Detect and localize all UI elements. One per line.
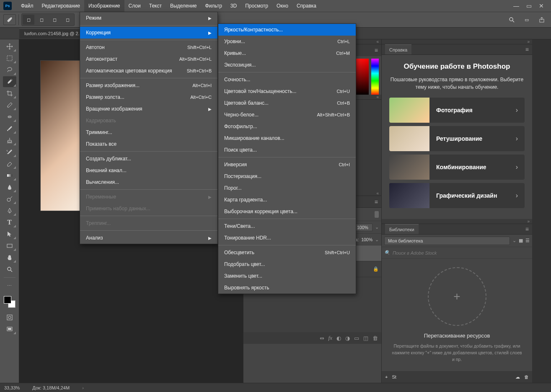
menu-просмотр[interactable]: Просмотр — [241, 0, 272, 12]
menu-item[interactable]: Показать все — [80, 138, 217, 150]
pen-tool[interactable] — [3, 205, 16, 216]
brush-tool[interactable] — [3, 123, 16, 134]
help-card[interactable]: Ретуширование › — [389, 126, 525, 151]
menu-окно[interactable]: Окно — [272, 0, 292, 12]
move-tool[interactable] — [3, 41, 16, 52]
menu-item[interactable]: Сочность... — [218, 74, 356, 85]
menu-3d[interactable]: 3D — [226, 0, 241, 12]
menu-item[interactable]: Вращение изображения▶ — [80, 103, 217, 115]
menu-item[interactable]: Тени/Света... — [218, 220, 356, 232]
selection-new-button[interactable]: ◻ — [23, 15, 34, 25]
eraser-tool[interactable] — [3, 158, 16, 169]
menu-item[interactable]: Уровни...Ctrl+L — [218, 36, 356, 47]
panel-collapse-bar[interactable]: » — [382, 39, 532, 44]
fill-value[interactable]: 100% — [361, 237, 373, 242]
path-selection-tool[interactable] — [3, 229, 16, 240]
library-search-row[interactable]: 🔍 Поиск в Adobe Stock — [382, 247, 532, 259]
panel-collapse-bar[interactable]: » — [382, 219, 532, 224]
menu-item[interactable]: Размер холста...Alt+Ctrl+C — [80, 91, 217, 103]
help-card[interactable]: Комбинирование › — [389, 155, 525, 180]
menu-item[interactable]: Режим▶ — [80, 12, 217, 24]
crop-tool[interactable] — [3, 88, 16, 99]
close-button[interactable]: ✕ — [535, 2, 548, 10]
menu-item[interactable]: Автоматическая цветовая коррекцияShift+C… — [80, 65, 217, 77]
lasso-tool[interactable] — [3, 64, 16, 75]
selection-intersect-button[interactable]: ◻ — [62, 15, 73, 25]
grid-view-icon[interactable]: ▦ — [519, 238, 523, 243]
menu-item[interactable]: Заменить цвет... — [218, 270, 356, 282]
menu-item[interactable]: Экспозиция... — [218, 59, 356, 71]
lock-icon[interactable]: 🔒 — [373, 266, 379, 272]
zoom-level[interactable]: 33,33% — [4, 385, 20, 390]
menu-item[interactable]: Коррекция▶ — [80, 27, 217, 39]
menu-текст[interactable]: Текст — [145, 0, 166, 12]
rectangle-tool[interactable] — [3, 240, 16, 251]
gradient-tool[interactable] — [3, 170, 16, 181]
menu-item[interactable]: Цветовой тон/Насыщенность...Ctrl+U — [218, 85, 356, 97]
menu-справка[interactable]: Справка — [292, 0, 321, 12]
delete-icon[interactable]: 🗑 — [373, 335, 378, 341]
menu-фильтр[interactable]: Фильтр — [201, 0, 226, 12]
filter-toggle-icon[interactable] — [375, 211, 379, 218]
menu-item[interactable]: Выровнять яркость — [218, 282, 356, 294]
fx-icon[interactable]: fx — [329, 335, 332, 341]
add-icon[interactable]: + — [385, 374, 388, 379]
link-layers-icon[interactable]: ⇔ — [320, 335, 324, 341]
menu-файл[interactable]: Файл — [17, 0, 38, 12]
minimize-button[interactable]: — — [510, 2, 523, 10]
menu-item[interactable]: АвтотонShift+Ctrl+L — [80, 41, 217, 53]
menu-item[interactable]: Цветовой баланс...Ctrl+B — [218, 97, 356, 109]
menu-item[interactable]: ОбесцветитьShift+Ctrl+U — [218, 247, 356, 258]
menu-item[interactable]: Анализ▶ — [80, 232, 217, 244]
menu-item[interactable]: Создать дубликат... — [80, 153, 217, 165]
stamp-tool[interactable] — [3, 135, 16, 146]
menu-item[interactable]: Размер изображения...Alt+Ctrl+I — [80, 80, 217, 91]
marquee-tool[interactable] — [3, 53, 16, 64]
menu-item[interactable]: Карта градиента... — [218, 194, 356, 206]
mask-icon[interactable]: ◐ — [336, 335, 341, 341]
chevron-down-icon[interactable]: ⌄ — [512, 238, 516, 243]
share-icon[interactable] — [536, 15, 548, 25]
new-layer-icon[interactable]: ◫ — [363, 335, 368, 341]
library-drop-area[interactable]: + Перетаскивание ресурсов Перетащите фай… — [382, 259, 532, 371]
blur-tool[interactable] — [3, 182, 16, 193]
panel-menu-icon[interactable]: ≡ — [375, 199, 378, 205]
history-brush-tool[interactable] — [3, 147, 16, 157]
menu-изображение[interactable]: Изображение — [84, 0, 124, 12]
menu-item[interactable]: Вычисления... — [80, 176, 217, 188]
chevron-down-icon[interactable]: ⌄ — [375, 237, 379, 242]
menu-item[interactable]: Внешний канал... — [80, 165, 217, 176]
help-card[interactable]: Графический дизайн › — [389, 183, 525, 208]
selection-add-button[interactable]: ◻ — [36, 15, 47, 25]
menu-редактирование[interactable]: Редактирование — [38, 0, 84, 12]
cloud-icon[interactable]: ☁ — [515, 374, 520, 380]
healing-tool[interactable] — [3, 111, 16, 122]
panel-menu-icon[interactable]: ≡ — [525, 226, 529, 232]
list-view-icon[interactable]: ☰ — [525, 238, 530, 243]
menu-item[interactable]: Порог... — [218, 182, 356, 194]
menu-item[interactable]: Микширование каналов... — [218, 132, 356, 144]
current-tool-indicator[interactable] — [3, 14, 16, 25]
maximize-button[interactable]: ▭ — [523, 2, 535, 10]
workspace-icon[interactable]: ▭ — [521, 15, 533, 25]
panel-menu-icon[interactable]: ≡ — [375, 47, 378, 54]
type-tool[interactable]: T — [3, 217, 16, 228]
hand-tool[interactable] — [3, 252, 16, 263]
selection-subtract-button[interactable]: ◻ — [49, 15, 60, 25]
zoom-tool[interactable] — [3, 264, 16, 275]
chevron-right-icon[interactable]: › — [82, 385, 84, 390]
eyedropper-tool[interactable] — [3, 100, 16, 111]
menu-item[interactable]: Черно-белое...Alt+Shift+Ctrl+B — [218, 109, 356, 121]
menu-item[interactable]: Фотофильтр... — [218, 121, 356, 132]
menu-item[interactable]: ИнверсияCtrl+I — [218, 159, 356, 170]
group-icon[interactable]: ▭ — [354, 335, 359, 341]
delete-icon[interactable]: 🗑 — [524, 374, 529, 379]
stock-icon[interactable]: St — [392, 374, 396, 379]
menu-item[interactable]: Тонирование HDR... — [218, 232, 356, 244]
edit-toolbar-button[interactable]: ⋯ — [3, 280, 16, 291]
opacity-value[interactable]: 100% — [355, 224, 373, 231]
hue-slider[interactable] — [371, 59, 379, 95]
tab-help[interactable]: Справка — [385, 44, 411, 54]
tab-libraries[interactable]: Библиотеки — [385, 224, 419, 234]
library-dropdown[interactable]: Моя библиотека — [384, 237, 510, 245]
